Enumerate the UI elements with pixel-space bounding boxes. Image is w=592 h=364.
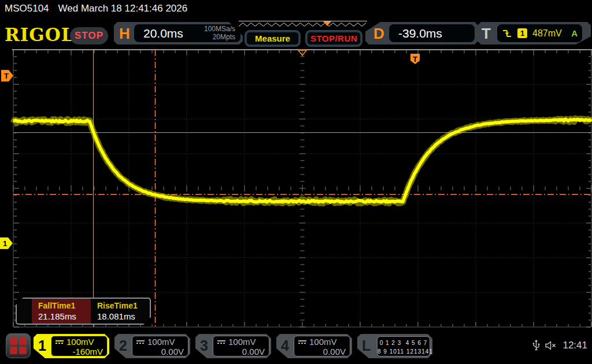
measurement-label: FallTime1	[38, 301, 91, 310]
timebase-value: 20.0ms	[134, 27, 204, 40]
trigger-mode: A	[571, 28, 578, 38]
menu-grid-icon	[10, 337, 27, 354]
channel-offset: -160mV	[56, 347, 103, 356]
delay-value: -39.0ms	[389, 27, 475, 40]
svg-text:T: T	[4, 72, 9, 80]
delay-panel[interactable]: D -39.0ms	[365, 22, 478, 44]
svg-text:1: 1	[3, 239, 7, 248]
measurement-value: 18.081ms	[97, 311, 150, 321]
falling-edge-icon	[502, 29, 512, 38]
speaker-muted-icon	[545, 341, 557, 350]
channel-offset: 0.00V	[298, 347, 346, 356]
channel-offset: 0.00V	[136, 347, 184, 356]
channel-3-tab[interactable]: 3 100mV 0.00V	[195, 334, 271, 358]
oscilloscope-screen: T1T MSO5104Wed March 18 12:41:46 2026 RI…	[0, 0, 592, 364]
horizontal-panel[interactable]: H 20.0ms 100MSa/s 20Mpts	[114, 22, 243, 44]
grid	[12, 50, 592, 327]
channel-scale: 100mV	[147, 337, 175, 347]
delay-label: D	[373, 25, 384, 43]
channel-scale: 100mV	[228, 337, 256, 347]
rigol-logo: RIGOL	[5, 24, 75, 45]
logic-row1: 0 1 2 3 4 5 6 7	[380, 340, 428, 346]
menu-button[interactable]	[6, 333, 31, 358]
record-position-icon	[323, 21, 331, 26]
channel-scale: 100mV	[66, 337, 94, 347]
trigger-panel[interactable]: T 1 487mV A	[478, 22, 591, 44]
dc-coupling-icon	[136, 340, 145, 344]
trigger-level-value: 487mV	[532, 28, 566, 39]
usb-icon	[532, 340, 540, 351]
trigger-level-marker[interactable]: T	[1, 70, 13, 81]
datetime: Wed March 18 12:41:46 2026	[58, 3, 188, 14]
measurement-risetime[interactable]: RiseTime1 18.081ms	[91, 299, 150, 324]
run-state-badge: STOP	[70, 27, 108, 44]
trigger-position-marker[interactable]: T	[410, 54, 420, 64]
channel-scale: 100mV	[309, 337, 337, 347]
trigger-label: T	[482, 25, 491, 43]
channel-offset: 0.00V	[217, 347, 265, 356]
dc-coupling-icon	[56, 340, 64, 344]
measure-button[interactable]: Measure	[245, 30, 301, 47]
clock: 12:41	[563, 340, 587, 351]
dc-coupling-icon	[217, 340, 225, 344]
svg-text:T: T	[413, 55, 417, 64]
channel-1-tab[interactable]: 1 100mV -160mV	[34, 334, 109, 358]
channel-4-tab[interactable]: 4 100mV 0.00V	[276, 334, 352, 358]
status-bar: 12:41	[532, 340, 587, 351]
logic-row2: 8 9 1011 12131415	[378, 348, 436, 355]
horizontal-label: H	[119, 25, 130, 43]
trigger-source-badge: 1	[517, 28, 527, 38]
measurement-label: RiseTime1	[97, 301, 150, 310]
model-name: MSO5104	[5, 3, 49, 14]
measurement-falltime[interactable]: FallTime1 21.185ms	[32, 299, 91, 324]
waveform-record-bar	[239, 21, 367, 29]
measurement-results-panel: FallTime1 21.185ms RiseTime1 18.081ms	[16, 298, 151, 325]
channel-2-tab[interactable]: 2 100mV 0.00V	[114, 334, 190, 358]
channel1-position-marker[interactable]: 1	[0, 237, 13, 249]
markers: T1T	[0, 50, 420, 249]
measurement-value: 21.185ms	[38, 311, 91, 321]
dc-coupling-icon	[298, 340, 306, 344]
logic-channels-tab[interactable]: L 0 1 2 3 4 5 6 78 9 1011 12131415	[357, 334, 432, 358]
stop-run-button[interactable]: STOP/RUN	[305, 30, 362, 47]
titlebar: MSO5104Wed March 18 12:41:46 2026	[5, 3, 187, 14]
